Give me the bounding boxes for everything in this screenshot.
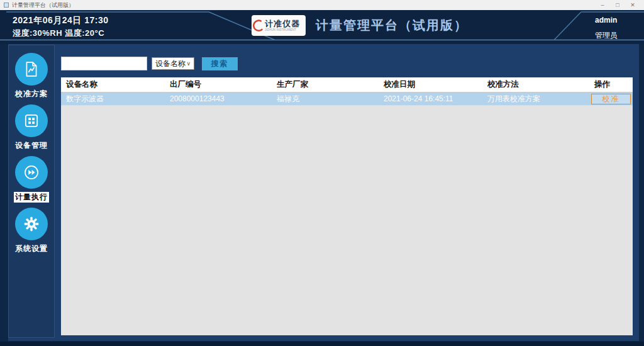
column-header-serial-number: 出厂编号 (165, 77, 272, 92)
column-header-operation: 操作 (589, 77, 633, 92)
device-table: 设备名称 出厂编号 生产厂家 校准日期 校准方法 操作 数字示波器 200800… (61, 77, 633, 335)
app-window: 计量管理平台（试用版） – □ ✕ 2021年06月24日 17:30 湿度:3… (0, 0, 644, 346)
search-bar: 设备名称 ∨ 搜索 (61, 57, 238, 70)
search-button[interactable]: 搜索 (202, 57, 238, 70)
maximize-button[interactable]: □ (610, 0, 625, 10)
table-header-row: 设备名称 出厂编号 生产厂家 校准日期 校准方法 操作 (61, 77, 633, 92)
table-row[interactable]: 数字示波器 2008000123443 福禄克 2021-06-24 16:45… (61, 92, 633, 106)
logo-swoosh-icon (253, 18, 264, 33)
chevron-down-icon: ∨ (186, 60, 191, 67)
system-settings-gear-icon (23, 216, 40, 232)
sidebar-item-label: 设备管理 (15, 140, 48, 151)
device-management-grid-icon (23, 113, 40, 129)
search-field-selected-value: 设备名称 (155, 59, 186, 69)
sidebar-item-label: 系统设置 (15, 243, 48, 254)
search-input[interactable] (61, 57, 147, 70)
logo-subtext: JIZHUN INSTRUMENT (265, 28, 296, 31)
cell-manufacturer: 福禄克 (272, 92, 379, 105)
sidebar: 校准方案 设备管理 计量执行 (8, 45, 55, 338)
column-header-device-name: 设备名称 (61, 77, 165, 92)
sidebar-item-label: 校准方案 (15, 89, 48, 99)
metering-execution-button[interactable] (15, 156, 48, 189)
environment-panel: 2021年06月24日 17:30 湿度:30%RH 温度:20°C (13, 13, 109, 40)
app-header: 2021年06月24日 17:30 湿度:30%RH 温度:20°C 计准仪器 … (0, 10, 644, 44)
sidebar-item-device-management[interactable]: 设备管理 (15, 104, 48, 151)
window-title: 计量管理平台（试用版） (12, 1, 74, 9)
column-header-manufacturer: 生产厂家 (272, 77, 379, 92)
logo-text: 计准仪器 (265, 20, 304, 28)
calibration-plan-document-icon (23, 61, 40, 77)
sidebar-item-system-settings[interactable]: 系统设置 (15, 208, 48, 254)
calibration-plan-button[interactable] (15, 53, 48, 86)
window-bottom-edge (0, 342, 644, 346)
cell-calibration-method: 万用表校准方案 (482, 92, 589, 105)
cell-device-name: 数字示波器 (61, 92, 165, 105)
column-header-calibration-method: 校准方法 (482, 77, 589, 92)
calibrate-button[interactable]: 校准 (591, 94, 631, 104)
sidebar-item-calibration-plan[interactable]: 校准方案 (15, 53, 48, 99)
sidebar-item-metering-execution[interactable]: 计量执行 (14, 156, 49, 203)
column-header-calibration-date: 校准日期 (379, 77, 482, 92)
user-role-label: 管理员 (595, 30, 618, 41)
device-management-button[interactable] (15, 104, 48, 137)
minimize-button[interactable]: – (595, 0, 610, 10)
search-field-select[interactable]: 设备名称 ∨ (152, 57, 194, 70)
titlebar: 计量管理平台（试用版） – □ ✕ (0, 0, 644, 10)
cell-serial-number: 2008000123443 (165, 92, 272, 105)
metering-execution-fastforward-icon (23, 164, 40, 181)
username-label: admin (595, 16, 618, 25)
app-icon (4, 3, 9, 8)
sidebar-item-label: 计量执行 (14, 192, 49, 203)
system-settings-button[interactable] (15, 208, 48, 240)
cell-calibration-date: 2021-06-24 16:45:11 (379, 92, 482, 105)
datetime-label: 2021年06月24日 17:30 (13, 13, 109, 27)
humidity-temperature-label: 湿度:30%RH 温度:20°C (13, 27, 109, 40)
close-button[interactable]: ✕ (625, 0, 640, 10)
company-logo: 计准仪器 JIZHUN INSTRUMENT (252, 15, 306, 36)
brand-area: 计准仪器 JIZHUN INSTRUMENT 计量管理平台（试用版） (252, 15, 468, 36)
user-panel: admin 管理员 (595, 16, 618, 41)
page-title: 计量管理平台（试用版） (316, 15, 468, 36)
